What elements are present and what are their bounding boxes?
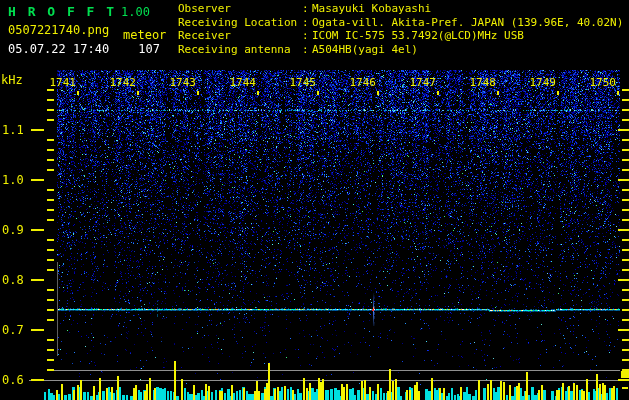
info-row: Receiver:ICOM IC-575 53.7492(@LCD)MHz US… [178,29,628,43]
app-version: 1.00 [121,5,150,19]
echo-count: 107 [138,42,160,56]
y-axis-unit-label: kHz [1,73,23,87]
info-row: Observer:Masayuki Kobayashi [178,2,628,16]
info-colon: : [302,43,312,57]
info-label: Receiving Location [178,16,302,30]
receiver-info: Observer:Masayuki KobayashiReceiving Loc… [178,2,628,56]
info-colon: : [302,29,312,43]
info-label: Receiver [178,29,302,43]
spectrogram-canvas [0,0,629,400]
output-filename: 0507221740.png [8,23,109,37]
info-row: Receiving Location:Ogata-vill. Akita-Pre… [178,16,628,30]
info-value: Ogata-vill. Akita-Pref. JAPAN (139.96E, … [312,16,623,30]
info-value: Masayuki Kobayashi [312,2,431,16]
info-row: Receiving antenna:A504HB(yagi 4el) [178,43,628,57]
info-value: A504HB(yagi 4el) [312,43,418,57]
app-title: H R O F F T [8,4,116,19]
info-label: Receiving antenna [178,43,302,57]
observation-datetime: 05.07.22 17:40 [8,42,109,56]
info-colon: : [302,2,312,16]
info-value: ICOM IC-575 53.7492(@LCD)MHz USB [312,29,524,43]
info-label: Observer [178,2,302,16]
info-colon: : [302,16,312,30]
hrofft-screen: H R O F F T 1.00 0507221740.png meteor 0… [0,0,629,400]
mode-label: meteor [123,28,166,42]
